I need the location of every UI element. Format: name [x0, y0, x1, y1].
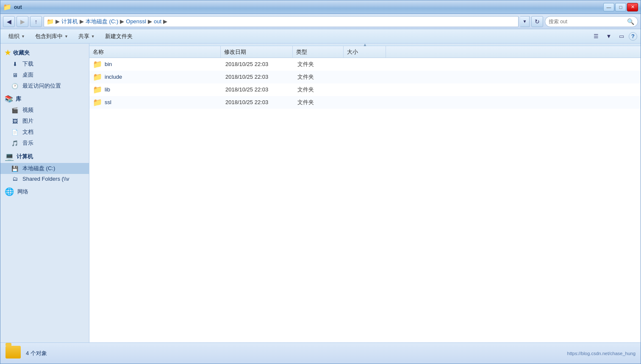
desktop-icon: 🖥: [11, 72, 19, 78]
sidebar: ★ 收藏夹 ⬇ 下载 🖥 桌面 🕐 最近访问的位置: [0, 44, 89, 342]
sidebar-item-picture[interactable]: 🖼 图片: [0, 116, 89, 127]
file-name: include: [105, 74, 225, 80]
address-bar: ◀ ▶ ↑ 📁 ▶ 计算机 ▶ 本地磁盘 (C:) ▶ Openssl ▶ ou…: [0, 14, 641, 29]
toolbar-right: ☰ ▼ ▭ ?: [591, 31, 637, 42]
video-icon: 🎬: [11, 107, 19, 113]
sidebar-item-video[interactable]: 🎬 视频: [0, 105, 89, 116]
title-bar-buttons: — □ ✕: [603, 3, 638, 11]
sidebar-library-header: 📚 库: [0, 93, 89, 105]
sidebar-computer-header: 💻 计算机: [0, 150, 89, 163]
explorer-window: 📁 out — □ ✕ ◀ ▶ ↑ 📁 ▶ 计算机 ▶ 本地磁盘 (C:) ▶ …: [0, 0, 641, 364]
search-icon[interactable]: 🔍: [627, 18, 634, 25]
status-bar: 4 个对象 https://blog.csdn.net/chase_hung: [0, 342, 641, 364]
share-button[interactable]: 共享 ▼: [74, 31, 100, 42]
status-folder-icon: [6, 346, 21, 361]
address-dropdown-button[interactable]: ▼: [520, 16, 530, 27]
path-segment-out[interactable]: out: [154, 18, 161, 25]
path-segment-disk[interactable]: 本地磁盘 (C:): [86, 18, 118, 25]
sidebar-item-recent[interactable]: 🕐 最近访问的位置: [0, 80, 89, 91]
status-folder-shape: [6, 346, 21, 358]
table-row[interactable]: 📁 bin 2018/10/25 22:03 文件夹: [89, 58, 641, 71]
organize-button[interactable]: 组织 ▼: [4, 31, 30, 42]
shared-folders-label: Shared Folders (\\v: [22, 176, 69, 182]
sidebar-item-desktop[interactable]: 🖥 桌面: [0, 69, 89, 80]
file-type: 文件夹: [297, 61, 348, 68]
column-header-name[interactable]: 名称: [89, 46, 221, 58]
share-label: 共享: [78, 33, 89, 40]
file-name: bin: [105, 61, 225, 67]
sidebar-section-network: 🌐 网络: [0, 185, 89, 198]
library-label: 库: [16, 95, 21, 103]
sidebar-section-computer: 💻 计算机 💾 本地磁盘 (C:) 🗂 Shared Folders (\\v: [0, 150, 89, 184]
minimize-button[interactable]: —: [603, 3, 614, 11]
view-list-button[interactable]: ☰: [591, 31, 602, 42]
help-button[interactable]: ?: [629, 32, 637, 41]
sidebar-item-download[interactable]: ⬇ 下载: [0, 58, 89, 69]
file-icon: 📁: [93, 60, 102, 69]
document-icon: 📄: [11, 129, 19, 135]
table-row[interactable]: 📁 ssl 2018/10/25 22:03 文件夹: [89, 96, 641, 109]
sidebar-item-shared-folders[interactable]: 🗂 Shared Folders (\\v: [0, 174, 89, 184]
title-bar: 📁 out — □ ✕: [0, 0, 641, 14]
column-header-date[interactable]: 修改日期: [221, 46, 293, 58]
close-button[interactable]: ✕: [627, 3, 638, 11]
organize-dropdown-arrow: ▼: [21, 34, 25, 39]
share-dropdown-arrow: ▼: [91, 34, 95, 39]
document-label: 文档: [22, 128, 33, 136]
sidebar-item-network[interactable]: 🌐 网络: [0, 185, 89, 198]
picture-icon: 🖼: [11, 118, 19, 124]
table-row[interactable]: 📁 include 2018/10/25 22:03 文件夹: [89, 71, 641, 83]
up-button[interactable]: ↑: [30, 16, 42, 27]
column-headers: 名称 修改日期 类型 大小: [89, 46, 641, 58]
music-label: 音乐: [22, 139, 33, 147]
table-row[interactable]: 📁 lib 2018/10/25 22:03 文件夹: [89, 83, 641, 96]
local-disk-icon: 💾: [11, 165, 19, 172]
sidebar-section-favorites: ★ 收藏夹 ⬇ 下载 🖥 桌面 🕐 最近访问的位置: [0, 47, 89, 91]
local-disk-label: 本地磁盘 (C:): [22, 165, 55, 172]
file-area: ▲ 名称 修改日期 类型 大小 📁 bin 2018/10/25 22:03 文…: [89, 44, 641, 342]
path-icon: 📁: [47, 18, 54, 25]
refresh-button[interactable]: ↻: [531, 16, 543, 27]
path-segment-openssl[interactable]: Openssl: [126, 18, 146, 25]
search-box[interactable]: 🔍: [545, 16, 638, 27]
file-date: 2018/10/25 22:03: [225, 99, 297, 105]
new-folder-button[interactable]: 新建文件夹: [100, 31, 137, 42]
path-segment-computer[interactable]: 计算机: [61, 18, 78, 25]
column-header-size[interactable]: 大小: [344, 46, 386, 58]
sidebar-item-music[interactable]: 🎵 音乐: [0, 138, 89, 149]
organize-label: 组织: [8, 33, 19, 40]
download-label: 下载: [22, 60, 33, 68]
file-icon: 📁: [93, 85, 102, 94]
sidebar-item-document[interactable]: 📄 文档: [0, 127, 89, 138]
maximize-button[interactable]: □: [615, 3, 626, 11]
file-list: 📁 bin 2018/10/25 22:03 文件夹 📁 include 201…: [89, 58, 641, 342]
address-path[interactable]: 📁 ▶ 计算机 ▶ 本地磁盘 (C:) ▶ Openssl ▶ out ▶: [44, 16, 519, 27]
include-library-button[interactable]: 包含到库中 ▼: [31, 31, 73, 42]
file-name: lib: [105, 86, 225, 93]
favorites-star-icon: ★: [5, 49, 11, 57]
recent-icon: 🕐: [11, 83, 19, 89]
file-date: 2018/10/25 22:03: [225, 61, 297, 67]
forward-button[interactable]: ▶: [17, 16, 28, 27]
view-dropdown-button[interactable]: ▼: [603, 31, 614, 42]
back-button[interactable]: ◀: [3, 16, 15, 27]
favorites-label: 收藏夹: [13, 49, 30, 57]
library-icon: 📚: [5, 95, 13, 103]
shared-folders-icon: 🗂: [11, 176, 19, 182]
window-icon: 📁: [3, 3, 11, 11]
recent-label: 最近访问的位置: [22, 82, 61, 90]
file-type: 文件夹: [297, 86, 348, 94]
video-label: 视频: [22, 106, 33, 114]
file-type: 文件夹: [297, 99, 348, 106]
file-type: 文件夹: [297, 73, 348, 81]
column-header-type[interactable]: 类型: [293, 46, 344, 58]
toolbar: 组织 ▼ 包含到库中 ▼ 共享 ▼ 新建文件夹 ☰ ▼ ▭ ?: [0, 29, 641, 44]
search-input[interactable]: [549, 19, 625, 25]
file-icon: 📁: [93, 72, 102, 82]
computer-icon: 💻: [5, 152, 14, 161]
include-library-dropdown-arrow: ▼: [64, 34, 68, 39]
sidebar-item-local-disk[interactable]: 💾 本地磁盘 (C:): [0, 163, 89, 174]
main-area: ★ 收藏夹 ⬇ 下载 🖥 桌面 🕐 最近访问的位置: [0, 44, 641, 342]
preview-pane-button[interactable]: ▭: [616, 31, 627, 42]
music-icon: 🎵: [11, 140, 19, 146]
